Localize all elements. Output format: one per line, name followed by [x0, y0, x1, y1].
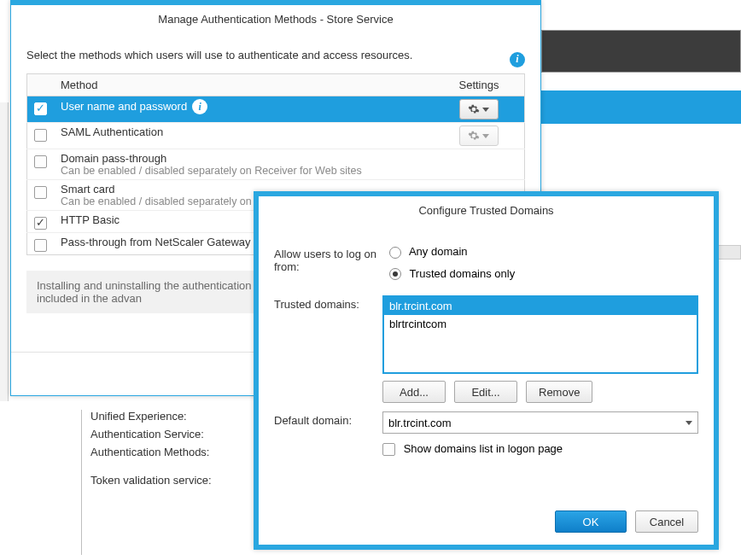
col-method: Method [54, 74, 452, 96]
default-domain-label: Default domain: [274, 411, 382, 427]
radio-trusted[interactable]: Trusted domains only [389, 267, 515, 281]
show-domains-label: Show domains list in logon page [404, 442, 563, 455]
method-checkbox[interactable] [34, 155, 47, 168]
cancel-button[interactable]: Cancel [635, 510, 698, 533]
method-checkbox[interactable] [34, 129, 47, 142]
remove-button[interactable]: Remove [526, 381, 592, 403]
method-checkbox[interactable] [34, 102, 47, 115]
trusted-domains-title: Configure Trusted Domains [259, 196, 714, 224]
ok-button[interactable]: OK [555, 510, 627, 533]
settings-gear-button[interactable] [459, 99, 499, 120]
show-domains-checkbox[interactable] [382, 443, 395, 456]
default-domain-value: blr.trcint.com [388, 417, 452, 429]
col-check [27, 74, 55, 96]
method-row[interactable]: User name and passwordi [27, 96, 525, 123]
method-checkbox[interactable] [34, 239, 47, 252]
method-row[interactable]: Domain pass-throughCan be enabled / disa… [27, 149, 525, 180]
radio-trusted-label: Trusted domains only [409, 267, 515, 280]
radio-any-dot[interactable] [389, 247, 401, 259]
domain-item[interactable]: blrtrcintcom [384, 315, 697, 333]
bg-dark-toolbar [541, 30, 741, 73]
settings-gear-button [459, 125, 499, 146]
trusted-domains-window: Configure Trusted Domains Allow users to… [254, 191, 719, 550]
bg-left-edge [0, 102, 9, 401]
col-settings: Settings [452, 74, 525, 96]
radio-any-label: Any domain [409, 245, 468, 258]
bg-blue-row [541, 90, 741, 124]
manage-auth-title: Manage Authentication Methods - Store Se… [11, 5, 540, 32]
method-checkbox[interactable] [34, 186, 47, 199]
domain-item[interactable]: blr.trcint.com [384, 297, 697, 315]
bg-gray-bar [717, 245, 741, 260]
intro-text: Select the methods which users will use … [26, 49, 412, 61]
method-subtext: Can be enabled / disabled separately on … [61, 165, 446, 177]
chevron-down-icon [686, 421, 692, 425]
info-icon[interactable]: i [192, 99, 207, 114]
allow-label: Allow users to log on from: [274, 245, 389, 273]
method-checkbox[interactable] [34, 217, 47, 230]
method-label: User name and password [61, 100, 187, 113]
default-domain-combo[interactable]: blr.trcint.com [382, 411, 698, 434]
radio-trusted-dot[interactable] [389, 268, 401, 280]
info-icon[interactable]: i [510, 52, 525, 67]
edit-button[interactable]: Edit... [454, 381, 517, 403]
radio-any[interactable]: Any domain [389, 245, 515, 259]
add-button[interactable]: Add... [382, 381, 446, 403]
trusted-domains-label: Trusted domains: [274, 295, 382, 311]
trusted-domains-list[interactable]: blr.trcint.comblrtrcintcom [382, 295, 698, 374]
method-label: Domain pass-through [61, 152, 446, 165]
method-label: SAML Authentication [61, 125, 446, 138]
method-row[interactable]: SAML Authentication [27, 123, 525, 149]
